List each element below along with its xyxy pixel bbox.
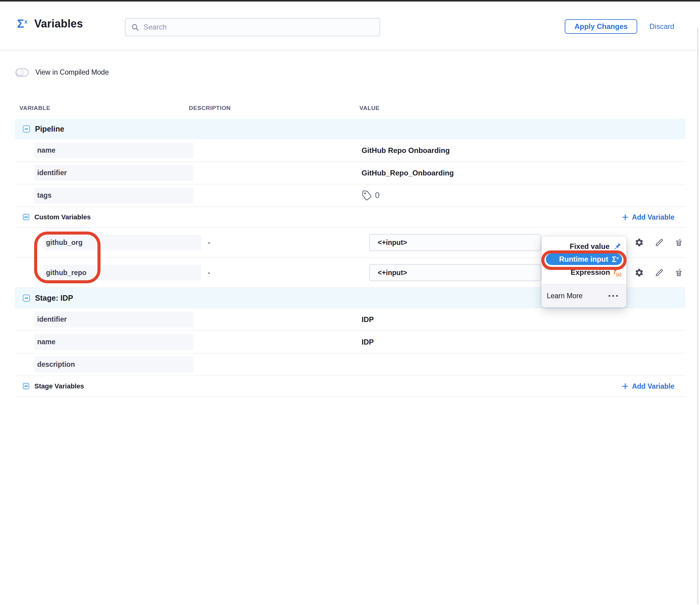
collapse-icon[interactable] bbox=[23, 214, 29, 220]
value-pipeline-name: GitHub Repo Onboarding bbox=[359, 146, 685, 155]
tag-icon bbox=[361, 191, 372, 201]
table-row-stage-name: name IDP bbox=[15, 331, 685, 353]
edit-pencil-icon[interactable] bbox=[654, 238, 664, 247]
table-row-stage-description: description bbox=[15, 353, 685, 376]
value-stage-name: IDP bbox=[359, 338, 685, 346]
runtime-input-field[interactable]: <+input> bbox=[369, 234, 541, 251]
delete-trash-icon[interactable] bbox=[674, 268, 683, 278]
delete-trash-icon[interactable] bbox=[674, 238, 683, 247]
section-title-stage-idp: Stage: IDP bbox=[35, 294, 73, 303]
subsection-title-custom-variables: Custom Variables bbox=[34, 213, 91, 221]
variables-panel: Σx Variables Apply Changes Discard View … bbox=[0, 0, 700, 605]
table-row-stage-identifier: identifier IDP bbox=[15, 308, 685, 331]
subsection-row-stage-variables: Stage Variables Add Variable bbox=[15, 376, 685, 397]
settings-gear-icon[interactable] bbox=[634, 268, 644, 278]
add-variable-button[interactable]: Add Variable bbox=[621, 213, 674, 221]
search-input[interactable] bbox=[144, 23, 374, 31]
tags-count[interactable]: 0 bbox=[375, 191, 379, 200]
plus-icon bbox=[621, 213, 629, 221]
table-header-row: VARIABLE DESCRIPTION VALUE bbox=[15, 98, 685, 119]
description-cell: - bbox=[189, 268, 359, 277]
search-icon bbox=[131, 23, 139, 31]
compiled-mode-label: View in Compiled Mode bbox=[35, 68, 109, 76]
column-header-variable: VARIABLE bbox=[15, 105, 189, 111]
plus-icon bbox=[621, 382, 629, 390]
collapse-icon[interactable] bbox=[23, 383, 29, 389]
collapse-icon[interactable] bbox=[23, 295, 30, 302]
variable-name-chip: name bbox=[34, 334, 194, 350]
value-stage-identifier: IDP bbox=[359, 315, 685, 324]
fx-icon: f(x) bbox=[614, 268, 621, 277]
section-row-pipeline: Pipeline bbox=[15, 119, 685, 139]
page-title: Variables bbox=[34, 17, 83, 30]
edit-pencil-icon[interactable] bbox=[654, 268, 664, 278]
value-pipeline-identifier: GitHub_Repo_Onboarding bbox=[359, 169, 685, 177]
sigma-x-icon: Σx bbox=[612, 256, 619, 263]
table-row-pipeline-tags: tags 0 bbox=[15, 184, 685, 207]
variable-name-chip: identifier bbox=[34, 165, 194, 181]
description-cell: - bbox=[189, 238, 359, 247]
toggle-knob bbox=[16, 69, 23, 76]
learn-more-link[interactable]: Learn More bbox=[547, 292, 583, 300]
more-options-dots-icon[interactable]: ••• bbox=[608, 292, 620, 299]
apply-changes-button[interactable]: Apply Changes bbox=[565, 19, 637, 34]
pin-icon bbox=[613, 242, 621, 250]
variable-name-chip: github_repo bbox=[43, 265, 201, 281]
compiled-mode-toggle[interactable] bbox=[16, 69, 29, 76]
add-variable-button[interactable]: Add Variable bbox=[621, 382, 674, 390]
settings-gear-icon[interactable] bbox=[634, 238, 644, 247]
variable-name-chip: name bbox=[34, 143, 194, 158]
menu-item-expression[interactable]: Expression f(x) bbox=[542, 265, 626, 279]
header-bar: Σx Variables Apply Changes Discard bbox=[0, 2, 700, 51]
runtime-input-field[interactable]: <+input> bbox=[369, 264, 541, 281]
subsection-row-custom-variables: Custom Variables Add Variable bbox=[15, 207, 685, 228]
table-row-pipeline-identifier: identifier GitHub_Repo_Onboarding bbox=[15, 162, 685, 184]
menu-item-runtime-input[interactable]: Runtime input Σx bbox=[546, 253, 622, 265]
collapse-icon[interactable] bbox=[23, 126, 30, 132]
variable-name-chip: github_org bbox=[43, 234, 201, 250]
variable-name-chip: identifier bbox=[34, 312, 194, 327]
discard-button[interactable]: Discard bbox=[649, 22, 674, 31]
scrollbar[interactable] bbox=[697, 27, 698, 604]
sigma-x-icon: Σx bbox=[17, 18, 27, 29]
search-input-wrap[interactable] bbox=[125, 18, 380, 36]
variable-name-chip: description bbox=[34, 357, 194, 373]
value-type-menu: Fixed value Runtime input Σx Expression … bbox=[542, 237, 626, 307]
column-header-description: DESCRIPTION bbox=[189, 105, 359, 111]
menu-footer: Learn More ••• bbox=[542, 284, 626, 307]
menu-item-fixed-value[interactable]: Fixed value bbox=[542, 240, 626, 253]
variable-name-chip: tags bbox=[34, 188, 194, 203]
section-title-pipeline: Pipeline bbox=[35, 125, 64, 133]
subsection-title-stage-variables: Stage Variables bbox=[34, 382, 84, 390]
table-row-pipeline-name: name GitHub Repo Onboarding bbox=[15, 139, 685, 162]
column-header-value: VALUE bbox=[359, 105, 685, 111]
